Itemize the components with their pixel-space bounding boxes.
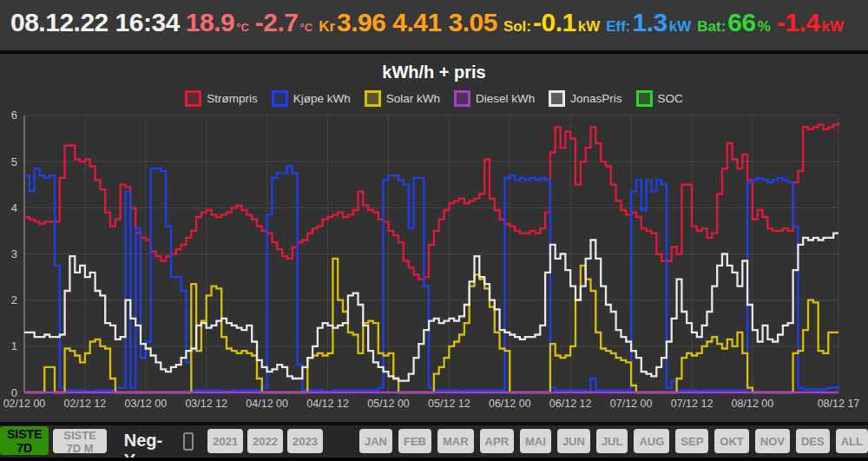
toolbar: SISTE 7D SISTE 7D M SOC Neg-Y 2021202220…: [0, 425, 868, 458]
eff-power: 1.3: [633, 8, 667, 37]
bottom-edge: [0, 458, 868, 461]
app-window: 08.12.22 16:3418.9°C-2.7°CKr3.96 4.41 3.…: [0, 0, 868, 461]
x-axis-tick: 04/12 00: [246, 398, 288, 410]
y-axis-tick: 3: [11, 247, 17, 260]
battery-power-unit: kW: [822, 18, 845, 36]
neg-y-label: Neg-Y: [124, 431, 162, 461]
y-axis-tick: 1: [11, 339, 17, 352]
x-axis-tick: 06/12 12: [549, 398, 592, 410]
temp-outside-unit: °C: [300, 21, 313, 34]
eff-label: Eff:: [606, 18, 630, 36]
x-axis-tick: 04/12 12: [306, 398, 349, 410]
neg-y-checkbox[interactable]: [183, 432, 194, 451]
month-button-jul[interactable]: JUL: [596, 429, 628, 453]
month-buttons: JANFEBMARAPRMAIJUNJULAUGSEPOKTNOVDESALL: [359, 425, 868, 453]
year-button-2023[interactable]: 2023: [287, 429, 323, 453]
y-axis-tick: 2: [11, 293, 17, 306]
temp-inside-unit: °C: [236, 21, 249, 34]
month-button-mar[interactable]: MAR: [437, 429, 474, 453]
month-button-apr[interactable]: APR: [480, 429, 514, 453]
month-button-jun[interactable]: JUN: [557, 429, 590, 453]
year-buttons: 202120222023: [207, 425, 323, 453]
month-button-all[interactable]: ALL: [836, 429, 868, 453]
solar-label: Sol:: [503, 18, 531, 36]
month-button-okt[interactable]: OKT: [714, 429, 748, 453]
y-axis-tick: 5: [11, 155, 17, 168]
x-axis-tick: 08/12 00: [732, 398, 774, 410]
x-axis-tick: 07/12 12: [671, 398, 713, 410]
x-axis-tick: 05/12 00: [367, 398, 410, 410]
x-axis-tick: 02/12 12: [64, 398, 107, 410]
x-axis-tick: 02/12 00: [3, 398, 46, 410]
preset-button-siste-7d-m-soc[interactable]: SISTE 7D M SOC: [53, 429, 106, 453]
price-energy-chart: 012345602/12 0002/12 1203/12 0003/12 120…: [0, 54, 868, 422]
chart-panel: kWh/h + pris StrømprisKjøpe kWhSolar kWh…: [0, 54, 868, 422]
series-str-mpris: [24, 122, 838, 280]
temp-inside: 18.9: [186, 8, 234, 37]
battery-soc: 66: [727, 8, 755, 37]
x-axis-tick: 05/12 12: [428, 398, 470, 410]
x-axis-tick: 06/12 00: [489, 398, 531, 410]
month-button-mai[interactable]: MAI: [520, 429, 551, 453]
price-currency-label: Kr: [319, 18, 335, 36]
month-button-nov[interactable]: NOV: [755, 429, 790, 453]
battery-power: -1.4: [777, 8, 820, 37]
clock: 08.12.22 16:34: [10, 8, 180, 37]
battery-soc-unit: %: [758, 18, 771, 36]
month-button-jan[interactable]: JAN: [359, 429, 392, 453]
x-axis-tick: 03/12 12: [185, 398, 227, 410]
y-axis-tick: 6: [11, 109, 17, 122]
battery-label: Bat:: [697, 18, 726, 36]
month-button-des[interactable]: DES: [796, 429, 830, 453]
year-button-2021[interactable]: 2021: [207, 429, 243, 453]
month-button-sep[interactable]: SEP: [675, 429, 708, 453]
preset-button-siste-7d[interactable]: SISTE 7D: [0, 426, 49, 455]
year-button-2022[interactable]: 2022: [247, 429, 283, 453]
y-axis-tick: 4: [11, 201, 17, 214]
temp-outside: -2.7: [255, 8, 299, 37]
solar-unit: kW: [578, 18, 601, 36]
x-axis-tick: 08/12 17: [818, 398, 860, 410]
solar-power: -0.1: [533, 8, 576, 37]
x-axis-tick: 07/12 00: [610, 398, 653, 410]
status-bar: 08.12.22 16:3418.9°C-2.7°CKr3.96 4.41 3.…: [0, 0, 868, 50]
month-button-feb[interactable]: FEB: [398, 429, 431, 453]
month-button-aug[interactable]: AUG: [634, 429, 669, 453]
eff-unit: kW: [669, 18, 692, 36]
price-values: 3.96 4.41 3.05: [337, 8, 497, 37]
x-axis-tick: 03/12 00: [124, 398, 167, 410]
